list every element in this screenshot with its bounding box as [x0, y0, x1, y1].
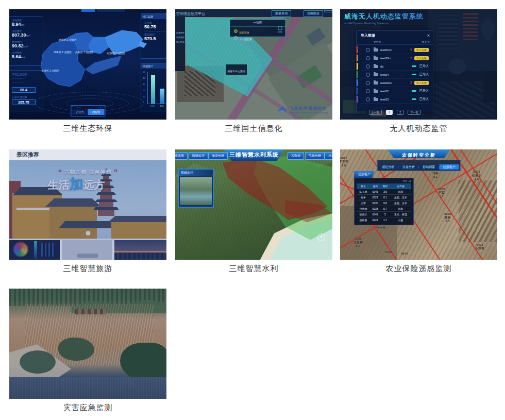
refresh-icon[interactable]: ⟳: [428, 40, 430, 43]
import-failed-badge[interactable]: 导入失败: [414, 81, 429, 85]
watermark: 飞燕航空遥感技术 Feiyan Aerial Remote Sensing Te…: [277, 105, 328, 114]
table-row[interactable]: 付冬00298.1水稻、玉米: [357, 195, 411, 200]
table-row[interactable]: 王军00306.8水稻、玉米: [357, 200, 411, 206]
land-side-panel: 影像图层 地类图斑 规划数据: [175, 17, 185, 71]
tab-bigdata[interactable]: 大数据: [288, 152, 304, 160]
land-topbar: 国土空间信息应用平台 测量查询 地类图斑: [175, 9, 332, 17]
file-row[interactable]: test02已导入: [361, 87, 429, 95]
thumbnail-dusk-city[interactable]: [114, 240, 166, 260]
modal-title: 导入数据: [361, 33, 375, 38]
hillside-houses: [75, 309, 106, 314]
eco-map-label: 高新区工业园区: [75, 51, 93, 54]
radio-icon[interactable]: [366, 81, 370, 85]
close-icon[interactable]: ×: [427, 33, 430, 38]
field-label: 0423乐双翠: [475, 243, 484, 250]
radio-icon[interactable]: [366, 73, 370, 77]
table-row[interactable]: 赵祥春04241.7小麦: [357, 217, 411, 223]
locate-action[interactable]: 定位: [278, 26, 282, 33]
side-item-planning[interactable]: 规划数据: [176, 40, 184, 44]
card-smart-tourism[interactable]: 景区推荐: [9, 149, 166, 260]
card-disaster-photo[interactable]: [9, 289, 166, 399]
table-row[interactable]: 陈玉林00453.6水稻: [357, 189, 411, 195]
card-eco-dashboard[interactable]: 绿地面积8.94km² 湿地面积807.30km² 林地面积90.82km² 水…: [9, 9, 166, 120]
field-label: 0031张俊永1.8: [472, 170, 481, 181]
landtype-layer-button[interactable]: 地类图斑: [304, 10, 323, 17]
year-2015-button[interactable]: 2015: [72, 109, 88, 115]
page-1-button[interactable]: 1: [386, 110, 393, 115]
radio-icon[interactable]: [366, 97, 370, 102]
customer-table: 姓名编号面积农作物 陈玉林00453.6水稻 付冬00298.1水稻、玉米 王军…: [357, 183, 411, 223]
warning-icon: !: [410, 56, 412, 60]
tour-thumbnails: [9, 240, 166, 260]
side-item-parcels[interactable]: 地类图斑: [176, 35, 184, 40]
imported-status: 已导入: [419, 89, 429, 93]
card-land-platform[interactable]: 国土空间信息应用平台 测量查询 地类图斑 影像图层 地类图斑 规划数据 一张图 …: [175, 9, 332, 120]
option-next-imagery[interactable]: 下一期影像: [234, 35, 285, 42]
compass-icon[interactable]: [317, 233, 325, 241]
video-monitor-panel[interactable]: 视频监控: [178, 169, 214, 208]
eco-index-label: 污染排放指数: [12, 95, 41, 98]
file-row[interactable]: test02cc!导入失败: [361, 79, 429, 87]
radio-icon[interactable]: [366, 89, 370, 93]
carousel-dot[interactable]: [86, 231, 90, 236]
imported-dash-icon: [412, 90, 416, 92]
imported-status: 已导入: [419, 64, 429, 69]
field-label: 0021王玉亭1.8: [340, 157, 348, 167]
tour-banner[interactable]: “ 六朝古都 江南神韵 ” 生活加远方: [9, 160, 166, 239]
video-frame: [180, 177, 212, 205]
watermark-cn: 飞燕航空遥感技术: [290, 106, 328, 111]
folder-icon: [374, 48, 378, 52]
scenic-recommend-title: 景区推荐: [16, 149, 39, 160]
card-agri-analysis[interactable]: 0021王玉亭1.8 0024 0029付冬8.1 0031张俊永1.8 003…: [340, 149, 497, 260]
card-uav-monitoring[interactable]: 威海无人机动态监管系统 — UAV Dynamic Monitoring Sys…: [340, 9, 497, 120]
x-tick: 氨氮: [160, 105, 164, 107]
radio-icon[interactable]: [366, 64, 370, 69]
radio-icon[interactable]: [366, 48, 370, 52]
caption-agri: 农业保险遥感监测: [340, 264, 497, 274]
locate-icon: [278, 26, 282, 30]
page-2-button[interactable]: 2: [397, 110, 403, 115]
year-2020-button[interactable]: 2020: [88, 109, 105, 115]
tab-flood-analysis[interactable]: 淹没分析: [208, 152, 228, 160]
x-tick: COD: [150, 105, 155, 107]
tab-risk-monitor[interactable]: 险情监控: [189, 152, 208, 160]
thumbnail-light[interactable]: [62, 240, 112, 260]
tab-water-quality[interactable]: 水质监测: [325, 152, 332, 160]
imported-dash-icon: [412, 74, 416, 75]
file-row[interactable]: test03cc!导入失败: [361, 54, 429, 62]
radio-icon: [234, 36, 238, 40]
card-smart-water[interactable]: 三维智慧水利系统 雨水情 险情监控 淹没分析 大数据 气象分析 水质监测 视频监…: [175, 149, 332, 260]
cutoff-button[interactable]: [324, 10, 332, 12]
field-label: 0038付贵林5.7: [354, 237, 363, 248]
eco-index-value: 265.75: [12, 99, 36, 105]
prev-page-button[interactable]: 上一页: [369, 110, 382, 115]
right-wall: [111, 221, 166, 239]
field-label: 0030王军2.2: [438, 188, 445, 198]
import-failed-badge[interactable]: 导入失败: [414, 48, 429, 52]
tab-impact-factors[interactable]: 影响因素: [419, 164, 439, 170]
file-row[interactable]: dji已导入: [361, 62, 429, 71]
video-panel-title: 视频监控: [179, 170, 213, 176]
side-item-layers[interactable]: 影像图层: [176, 30, 184, 35]
table-row[interactable]: 张俊云00415玉米、棉花: [357, 212, 411, 217]
radio-icon[interactable]: [366, 56, 370, 60]
import-failed-badge[interactable]: 导入失败: [414, 56, 429, 60]
file-row[interactable]: test01cc!导入失败: [361, 46, 429, 54]
warning-icon: !: [410, 80, 412, 85]
parcel-name-label: 威海市中心用地: [226, 64, 247, 75]
file-row[interactable]: test04已导入: [361, 71, 429, 79]
folder-icon: [374, 73, 378, 76]
table-row[interactable]: 付贵林00385.7水稻: [357, 206, 411, 212]
eco-region-map[interactable]: [31, 21, 148, 94]
folder-icon: [374, 65, 378, 68]
tab-weather[interactable]: 气象分析: [305, 152, 325, 160]
tour-header-bar: 景区推荐: [9, 149, 166, 160]
pagination: 上一页 1 2 下一页: [357, 106, 433, 115]
thumbnail-night-fair[interactable]: [9, 240, 60, 260]
eco-chart-plot: 50 40 30 20 10 0 COD 氨氮: [147, 72, 166, 104]
next-page-button[interactable]: 下一页: [408, 110, 420, 115]
file-row[interactable]: test03已导入: [361, 95, 429, 104]
tab-rainfall[interactable]: 雨水情: [175, 152, 188, 160]
tab-quality-customers[interactable]: 优质客户: [440, 164, 459, 170]
measure-query-button[interactable]: 测量查询: [272, 10, 291, 17]
